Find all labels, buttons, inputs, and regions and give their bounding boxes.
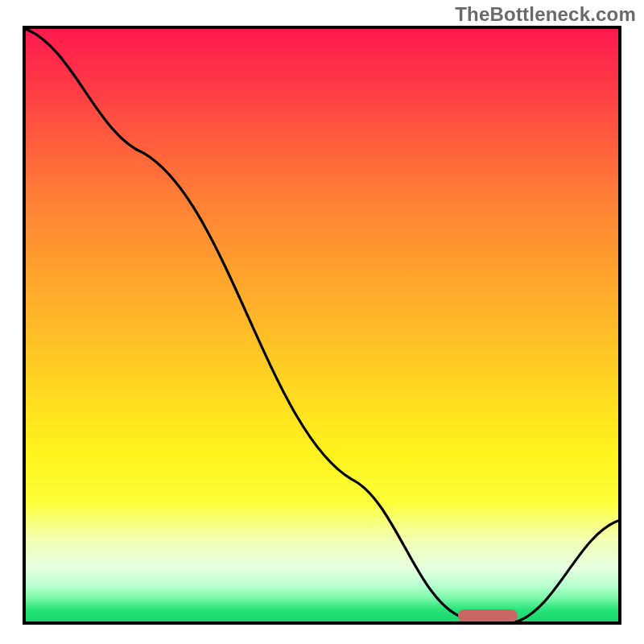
chart-frame: TheBottleneck.com [0, 0, 644, 644]
plot-area [23, 26, 621, 625]
bottleneck-curve [26, 29, 618, 621]
watermark-text: TheBottleneck.com [455, 3, 636, 26]
optimal-range-marker [458, 609, 518, 622]
